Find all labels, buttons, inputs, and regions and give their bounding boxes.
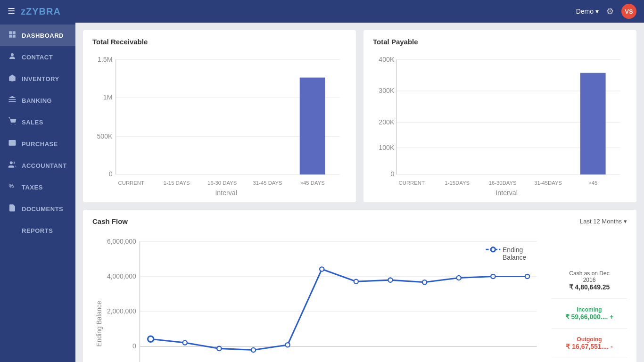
nav-right: Demo ▾ ⚙ VS [576,4,636,19]
svg-rect-9 [9,140,16,146]
cashflow-stats: Cash as on Dec 2016 ₹ 4,80,649.25 Incomi… [552,229,627,362]
stat-cash-dec: Cash as on Dec 2016 ₹ 4,80,649.25 [552,267,627,294]
svg-text:%: % [9,183,14,189]
svg-text:16-30 DAYS: 16-30 DAYS [207,180,237,186]
sidebar-item-reports[interactable]: REPORTS [0,220,75,241]
svg-text:Ending: Ending [503,246,523,254]
sidebar: DASHBOARD CONTACT INVENTORY BANKING SALE… [0,23,75,362]
charts-row: Total Receivable 1.5M 1M 500K 0 [83,30,636,202]
svg-point-71 [388,278,392,282]
svg-text:Interval: Interval [495,189,517,197]
svg-text:4,000,000: 4,000,000 [107,272,136,280]
cashflow-period-selector[interactable]: Last 12 Months ▾ [580,218,627,225]
svg-text:500K: 500K [97,132,113,140]
divider-1 [552,298,627,299]
svg-point-10 [10,161,13,164]
cashflow-card: Cash Flow Last 12 Months ▾ 6,000,000 4,0… [83,210,636,362]
documents-icon [8,204,17,214]
hamburger-menu[interactable]: ☰ [8,6,15,16]
top-nav: ☰ zZYBRA Demo ▾ ⚙ VS [0,0,644,23]
sidebar-item-accountant[interactable]: ACCOUNTANT [0,155,75,176]
svg-point-72 [422,280,427,284]
dashboard-icon [8,30,17,41]
payable-chart: 400K 300K 200K 100K 0 CURRENT 1-15DAYS [373,49,627,197]
contact-icon [8,52,17,62]
stat-incoming-value: ₹ 59,66,000.... + [552,313,627,321]
svg-rect-43 [580,73,606,175]
svg-text:31-45DAYS: 31-45DAYS [534,180,562,186]
sidebar-item-banking[interactable]: BANKING [0,90,75,111]
stat-incoming: Incoming ₹ 59,66,000.... + [552,304,627,323]
svg-text:Interval: Interval [215,189,237,197]
app-layout: DASHBOARD CONTACT INVENTORY BANKING SALE… [0,23,644,362]
avatar[interactable]: VS [621,4,636,19]
stat-outgoing-label: Outgoing [552,336,627,343]
sidebar-item-contact[interactable]: CONTACT [0,46,75,68]
payable-title: Total Payable [373,38,627,46]
svg-point-74 [491,274,495,279]
svg-text:0: 0 [132,342,136,350]
stat-cash-dec-year: 2016 [552,277,627,283]
sidebar-item-inventory[interactable]: INVENTORY [0,68,75,90]
svg-text:Ending Balance: Ending Balance [95,301,103,347]
svg-point-75 [525,274,529,279]
svg-point-69 [320,267,324,271]
svg-text:1.5M: 1.5M [98,56,113,63]
cashflow-period-label: Last 12 Months [580,218,622,225]
sidebar-label-dashboard: DASHBOARD [22,32,64,39]
stat-outgoing-value: ₹ 16,67,551.... - [552,343,627,350]
sidebar-item-documents[interactable]: DOCUMENTS [0,198,75,220]
sales-icon [8,117,17,127]
svg-text:1-15DAYS: 1-15DAYS [445,180,470,186]
sidebar-item-sales[interactable]: SALES [0,111,75,133]
svg-text:31-45 DAYS: 31-45 DAYS [253,180,283,186]
sidebar-label-inventory: INVENTORY [22,75,59,82]
svg-text:400K: 400K [379,56,395,63]
svg-text:CURRENT: CURRENT [118,180,144,186]
sidebar-label-accountant: ACCOUNTANT [22,162,67,169]
svg-text:1M: 1M [103,93,113,101]
cashflow-header: Cash Flow Last 12 Months ▾ [92,217,627,225]
main-content: Total Receivable 1.5M 1M 500K 0 [75,23,644,362]
sidebar-label-taxes: TAXES [22,184,43,191]
settings-icon[interactable]: ⚙ [606,6,614,16]
inventory-icon [8,74,17,84]
sidebar-label-sales: SALES [22,119,43,126]
svg-text:0: 0 [391,170,395,178]
svg-text:CURRENT: CURRENT [399,180,425,186]
svg-rect-6 [9,101,16,102]
divider-3 [552,358,627,358]
receivable-chart: 1.5M 1M 500K 0 CURRENT 1-15 DAYS 16-30 D… [92,49,347,197]
banking-icon [8,95,17,106]
stat-outgoing: Outgoing ₹ 16,67,551.... - [552,333,627,353]
sidebar-item-dashboard[interactable]: DASHBOARD [0,25,75,46]
user-menu[interactable]: Demo ▾ [576,8,599,15]
svg-point-65 [183,340,187,345]
nav-left: ☰ zZYBRA [8,6,61,17]
cashflow-line-chart: 6,000,000 4,000,000 2,000,000 0 -2,000,0… [92,229,544,362]
sidebar-label-reports: REPORTS [22,227,53,234]
divider-2 [552,328,627,329]
svg-text:1-15 DAYS: 1-15 DAYS [164,180,190,186]
receivable-title: Total Receivable [92,38,347,46]
svg-point-68 [285,343,289,347]
sidebar-item-taxes[interactable]: % TAXES [0,176,75,198]
svg-point-66 [217,346,221,351]
svg-text:>45 DAYS: >45 DAYS [300,180,325,186]
taxes-icon: % [8,182,17,192]
svg-rect-1 [13,31,16,34]
payable-card: Total Payable 400K 300K 200K 100K 0 [363,30,636,202]
sidebar-label-banking: BANKING [22,97,52,104]
svg-text:6,000,000: 6,000,000 [107,238,136,245]
chevron-down-icon: ▾ [624,218,627,225]
svg-point-64 [148,336,153,342]
svg-text:Balance: Balance [503,254,526,261]
svg-rect-2 [9,35,12,38]
sidebar-item-purchase[interactable]: PURCHASE [0,133,75,155]
svg-point-77 [491,247,495,252]
app-logo: zZYBRA [21,6,61,17]
cashflow-chart-container: 6,000,000 4,000,000 2,000,000 0 -2,000,0… [92,229,544,362]
svg-point-70 [354,280,358,284]
accountant-icon [8,160,17,171]
svg-text:100K: 100K [379,144,395,151]
